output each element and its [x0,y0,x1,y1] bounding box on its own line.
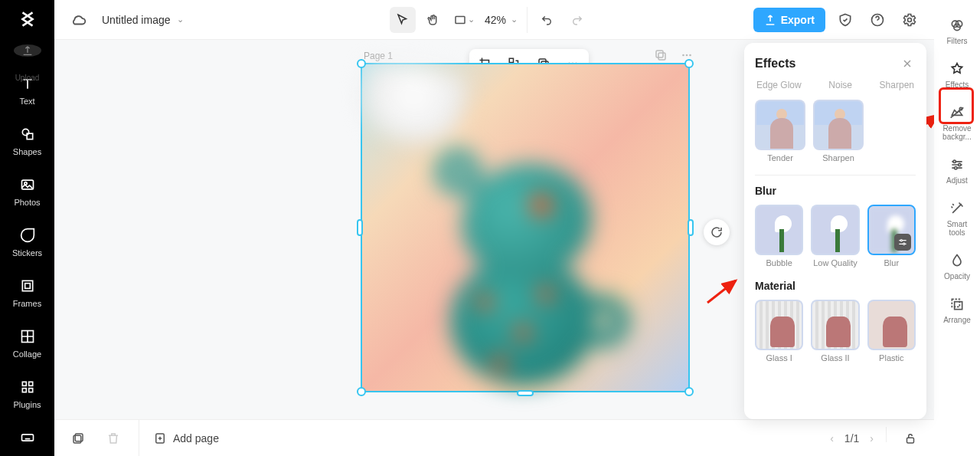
sidebar-item-stickers[interactable]: Stickers [5,219,51,265]
effect-settings-icon[interactable] [894,234,911,251]
svg-rect-9 [22,389,26,392]
right-item-label: Filters [946,37,967,45]
sidebar-item-label: Shapes [13,147,41,156]
selected-image[interactable] [361,63,690,392]
resize-handle-mb[interactable] [517,390,534,396]
sidebar-item-label: Stickers [12,248,42,258]
effect-label: Low Quality [811,258,859,267]
svg-rect-20 [509,58,513,62]
help-icon[interactable] [865,8,890,32]
cloud-sync-icon[interactable] [67,8,91,32]
svg-rect-12 [455,16,464,23]
sidebar-item-label: Collage [13,349,41,359]
sidebar-item-label: Plugins [13,400,41,409]
right-item-opacity[interactable]: Opacity [939,246,975,287]
resize-tool[interactable]: ⌄ [451,7,477,33]
undo-button[interactable] [534,7,560,33]
svg-point-38 [959,163,961,166]
effect-thumb-glass-2[interactable] [811,300,859,350]
effect-thumb-glass-1[interactable] [755,300,803,350]
svg-rect-40 [952,299,959,307]
right-item-filters[interactable]: Filters [939,11,975,51]
svg-rect-7 [22,382,26,385]
adjust-icon [949,156,965,173]
export-button[interactable]: Export [753,8,825,32]
close-icon[interactable] [899,55,916,72]
right-item-smart-tools[interactable]: Smart tools [939,194,975,243]
sidebar-item-shapes[interactable]: Shapes [5,118,51,164]
effects-tab[interactable]: Noise [828,80,852,90]
frames-icon [19,277,36,294]
svg-point-14 [908,18,912,21]
effects-icon [949,61,965,77]
pages-panel-icon[interactable] [67,427,90,450]
resize-handle-tr[interactable] [684,59,694,68]
svg-rect-32 [907,438,914,443]
effect-label: Glass II [811,353,859,363]
upload-label: Upload [15,74,40,82]
document-title-text: Untitled image [102,14,171,26]
sidebar-item-plugins[interactable]: Plugins [5,371,51,417]
effect-thumb-blur[interactable] [867,205,916,255]
page-indicator: 1/1 [844,432,859,445]
effect-label: Sharpen [813,153,864,162]
plugins-icon [19,379,36,395]
app-logo[interactable] [16,9,39,29]
right-item-label: Smart tools [939,220,975,237]
right-item-remove-bg[interactable]: Remove backgr... [939,98,975,147]
upload-button[interactable]: Upload [14,44,41,57]
effect-thumb-tender[interactable] [755,100,805,150]
svg-rect-10 [28,389,32,392]
delete-page-icon[interactable] [102,427,125,450]
zoom-level[interactable]: 42% ⌄ [485,14,518,26]
add-page-button[interactable]: Add page [153,431,219,445]
right-item-label: Effects [946,80,969,89]
next-page-icon[interactable]: › [870,432,874,445]
image-content [362,64,688,391]
shield-icon[interactable] [833,8,858,32]
svg-point-0 [22,129,28,135]
filters-icon [949,17,965,34]
right-sidebar: Filters Effects Remove backgr... Adjust … [934,0,980,456]
effects-tab[interactable]: Sharpen [880,80,914,90]
sidebar-item-frames[interactable]: Frames [5,270,51,316]
effect-thumb-plastic[interactable] [867,300,916,350]
right-item-effects[interactable]: Effects [939,54,975,95]
annotation-arrow [704,276,742,307]
settings-icon[interactable] [897,8,922,32]
effect-label: Bubble [755,258,803,267]
resize-handle-ml[interactable] [357,219,363,236]
chevron-down-icon: ⌄ [177,15,184,25]
stickers-icon [19,227,36,244]
prev-page-icon[interactable]: ‹ [830,432,834,445]
zoom-value: 42% [485,14,506,26]
resize-handle-tl[interactable] [357,59,366,68]
sidebar-item-photos[interactable]: Photos [5,169,51,215]
sidebar-item-keyboard[interactable] [5,422,51,456]
right-item-adjust[interactable]: Adjust [939,150,975,191]
effect-thumb-bubble[interactable] [755,205,803,255]
resize-handle-bl[interactable] [357,387,366,396]
duplicate-page-icon[interactable] [653,48,668,63]
effects-section-material: Material [755,280,916,292]
svg-rect-29 [75,434,83,441]
sidebar-item-label: Text [19,97,34,106]
effects-tab[interactable]: Edge Glow [756,80,802,90]
select-tool[interactable] [390,7,416,33]
svg-line-27 [707,280,736,303]
hand-tool[interactable] [420,7,446,33]
redo-button[interactable] [564,7,590,33]
right-item-arrange[interactable]: Arrange [939,290,975,330]
effect-thumb-low-quality[interactable] [811,205,859,255]
effect-thumb-sharpen[interactable] [813,100,864,150]
sidebar-item-collage[interactable]: Collage [5,320,51,366]
resize-handle-br[interactable] [684,387,694,396]
svg-rect-8 [28,382,32,385]
svg-point-37 [953,160,956,162]
lock-icon[interactable] [899,427,922,450]
rotate-button[interactable] [704,219,730,245]
page-label: Page 1 [364,51,393,61]
document-title[interactable]: Untitled image ⌄ [102,14,184,26]
resize-handle-mr[interactable] [688,219,694,236]
effect-label: Tender [755,153,805,162]
